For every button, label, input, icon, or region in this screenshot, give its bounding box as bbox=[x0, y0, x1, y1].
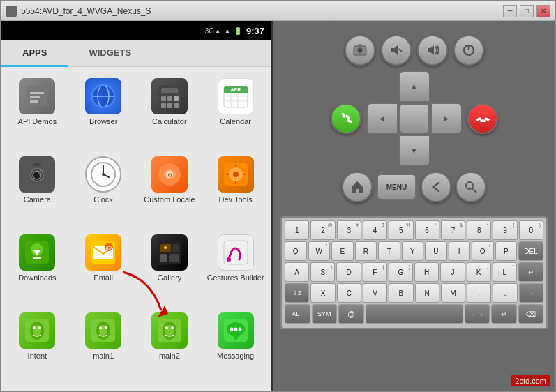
app-item-custom-locale[interactable]: ⚙ Custom Locale bbox=[137, 151, 203, 229]
menu-button[interactable]: MENU bbox=[377, 174, 416, 200]
key-3[interactable]: #3 bbox=[337, 220, 361, 240]
maximize-button[interactable]: □ bbox=[520, 5, 534, 17]
app-item-intent[interactable]: Intent bbox=[4, 307, 70, 385]
dpad-right[interactable]: ► bbox=[431, 103, 462, 134]
key-a[interactable]: A bbox=[285, 262, 309, 282]
key-m[interactable]: M bbox=[441, 283, 465, 303]
key-o[interactable]: +O bbox=[472, 241, 494, 261]
key-8[interactable]: *8 bbox=[467, 220, 491, 240]
kb-row-qwerty: Q "W E R T Y U I +O P DEL bbox=[285, 241, 543, 261]
key-r[interactable]: R bbox=[355, 241, 377, 261]
key-f[interactable]: {F bbox=[363, 262, 387, 282]
key-p[interactable]: P bbox=[495, 241, 518, 261]
app-label-main2: main2 bbox=[159, 352, 180, 361]
back-button[interactable] bbox=[421, 172, 451, 202]
app-item-downloads[interactable]: Downloads bbox=[4, 229, 70, 307]
key-g[interactable]: }G bbox=[389, 262, 413, 282]
key-arrow-right[interactable]: → bbox=[519, 283, 543, 303]
dpad-down[interactable]: ▼ bbox=[399, 135, 430, 166]
key-enter-bottom[interactable]: ↵ bbox=[491, 304, 517, 324]
app-item-dev-tools[interactable]: Dev Tools bbox=[202, 151, 269, 229]
kb-row-asdf: A \S D {F }G H J ;K "L ↵ bbox=[285, 262, 543, 282]
app-item-main1[interactable]: main1 bbox=[70, 307, 137, 385]
app-item-messaging[interactable]: Messaging bbox=[202, 307, 269, 385]
app-item-gallery[interactable]: Gallery bbox=[137, 229, 203, 307]
status-icons: 3G▲ ▲ 🔋 bbox=[205, 27, 242, 35]
app-item-api-demos[interactable]: API Demos bbox=[4, 73, 70, 151]
volume-down-button[interactable] bbox=[381, 35, 412, 66]
key-shift[interactable]: ⇧Z bbox=[285, 283, 309, 303]
key-period[interactable]: . bbox=[493, 283, 517, 303]
search-button[interactable] bbox=[456, 172, 486, 202]
status-bar: 3G▲ ▲ 🔋 9:37 bbox=[1, 21, 271, 40]
app-item-email[interactable]: @ Email bbox=[70, 229, 137, 307]
key-arrow-lr[interactable]: ←→ bbox=[465, 304, 490, 324]
key-u[interactable]: U bbox=[425, 241, 447, 261]
home-button[interactable] bbox=[342, 172, 373, 202]
key-y[interactable]: Y bbox=[402, 241, 424, 261]
key-space[interactable] bbox=[366, 304, 463, 324]
key-7[interactable]: &7 bbox=[441, 220, 465, 240]
key-9[interactable]: (9 bbox=[493, 220, 517, 240]
app-item-browser[interactable]: Browser bbox=[70, 73, 137, 151]
volume-up-button[interactable] bbox=[417, 35, 448, 66]
app-area: APPS WIDGETS bbox=[1, 40, 271, 391]
call-button[interactable] bbox=[331, 103, 361, 134]
key-0[interactable]: )0 bbox=[519, 220, 543, 240]
key-1[interactable]: !1 bbox=[285, 220, 309, 240]
svg-point-38 bbox=[233, 172, 239, 177]
key-6[interactable]: ^6 bbox=[415, 220, 439, 240]
dpad-center[interactable] bbox=[399, 103, 430, 134]
minimize-button[interactable]: ─ bbox=[503, 5, 517, 17]
tab-apps[interactable]: APPS bbox=[1, 40, 68, 67]
power-button[interactable] bbox=[453, 35, 484, 66]
key-c[interactable]: C bbox=[337, 283, 361, 303]
tab-widgets[interactable]: WIDGETS bbox=[68, 40, 152, 66]
key-i[interactable]: I bbox=[449, 241, 471, 261]
key-del[interactable]: DEL bbox=[518, 241, 543, 261]
key-n[interactable]: N bbox=[415, 283, 439, 303]
svg-point-81 bbox=[466, 182, 473, 189]
key-comma[interactable]: , bbox=[467, 283, 491, 303]
key-t[interactable]: T bbox=[378, 241, 400, 261]
app-item-gestures-builder[interactable]: Gestures Builder bbox=[202, 229, 269, 307]
key-4[interactable]: $4 bbox=[363, 220, 387, 240]
key-sym[interactable]: SYM bbox=[312, 304, 338, 324]
key-h[interactable]: H bbox=[414, 262, 439, 282]
key-w[interactable]: "W bbox=[308, 241, 331, 261]
key-s[interactable]: \S bbox=[310, 262, 335, 282]
key-5[interactable]: %5 bbox=[389, 220, 413, 240]
key-at[interactable]: @ bbox=[338, 304, 364, 324]
key-q[interactable]: Q bbox=[285, 241, 307, 261]
key-d[interactable]: D bbox=[336, 262, 361, 282]
app-item-camera[interactable]: Camera bbox=[4, 151, 70, 229]
svg-point-51 bbox=[164, 246, 167, 249]
app-label-main1: main1 bbox=[93, 352, 114, 361]
close-button[interactable]: ✕ bbox=[536, 5, 550, 17]
dpad-up[interactable]: ▲ bbox=[399, 71, 430, 102]
svg-rect-15 bbox=[174, 103, 179, 108]
end-call-button[interactable] bbox=[467, 103, 498, 134]
key-k[interactable]: ;K bbox=[467, 262, 491, 282]
key-del-bottom[interactable]: ⌫ bbox=[518, 304, 544, 324]
app-item-calendar[interactable]: APR Calendar bbox=[202, 73, 269, 151]
app-item-calculator[interactable]: Calculator bbox=[137, 73, 203, 151]
key-enter[interactable]: ↵ bbox=[518, 262, 543, 282]
key-b[interactable]: B bbox=[389, 283, 413, 303]
app-item-main2[interactable]: main2 bbox=[137, 307, 203, 385]
camera-button[interactable] bbox=[345, 35, 375, 66]
dpad-left[interactable]: ◄ bbox=[367, 103, 398, 134]
key-e[interactable]: E bbox=[331, 241, 354, 261]
app-item-clock[interactable]: Clock bbox=[70, 151, 137, 229]
android-screen: 3G▲ ▲ 🔋 9:37 APPS WIDGETS bbox=[1, 21, 273, 391]
app-icon-dev-tools bbox=[218, 156, 254, 193]
key-2[interactable]: @2 bbox=[310, 220, 335, 240]
key-j[interactable]: J bbox=[440, 262, 465, 282]
key-alt[interactable]: ALT bbox=[285, 304, 310, 324]
key-l[interactable]: "L bbox=[493, 262, 517, 282]
key-v[interactable]: V bbox=[363, 283, 387, 303]
kb-row-zxcv: ⇧Z X C V B N M , . → bbox=[285, 283, 543, 303]
key-x[interactable]: X bbox=[310, 283, 335, 303]
app-icon-calculator bbox=[151, 78, 188, 114]
svg-text:@: @ bbox=[106, 244, 112, 251]
